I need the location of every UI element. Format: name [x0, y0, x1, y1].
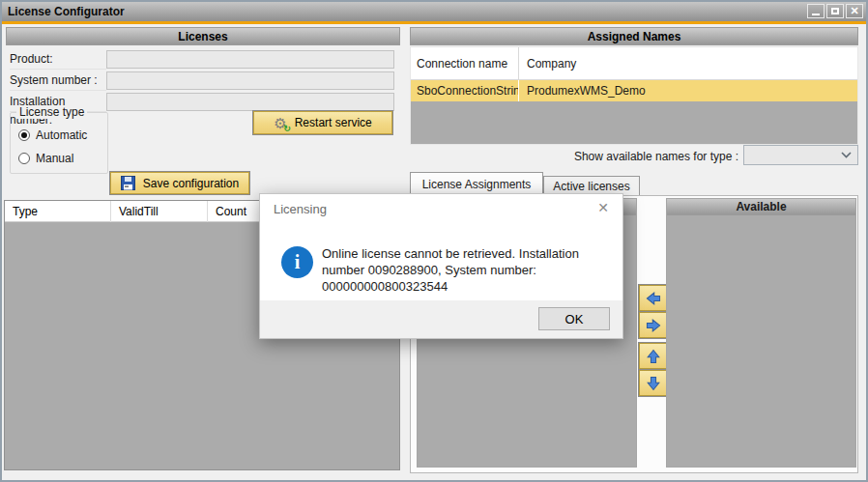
radio-manual[interactable]: Manual: [18, 152, 73, 165]
app-window: License Configurator ✕ Licenses Product:…: [0, 0, 868, 482]
product-label: Product:: [10, 50, 106, 70]
available-list-header: Available: [667, 199, 855, 215]
system-number-field[interactable]: [106, 71, 394, 90]
cell-connection-name: SboConnectionString: [411, 80, 519, 101]
window-controls: ✕: [807, 4, 863, 18]
assigned-names-table[interactable]: Connection name Company SboConnectionStr…: [410, 46, 858, 145]
move-down-button[interactable]: [639, 370, 667, 396]
system-number-label: System number :: [10, 71, 106, 91]
arrow-up-icon: [646, 348, 661, 365]
column-type[interactable]: Type: [5, 201, 111, 222]
title-bar: License Configurator: [2, 2, 866, 21]
installation-number-field[interactable]: [106, 93, 394, 111]
restart-service-button[interactable]: ⚙↻ Restart service: [253, 111, 392, 134]
show-available-names-label: Show available names for type :: [410, 147, 738, 166]
restart-service-label: Restart service: [295, 116, 372, 129]
radio-manual-dot: [18, 153, 30, 164]
cell-company: ProdumexWMS_Demo: [519, 80, 857, 101]
names-type-dropdown[interactable]: [743, 145, 858, 165]
save-configuration-label: Save configuration: [143, 177, 239, 190]
chevron-down-icon: [841, 152, 852, 158]
licenses-panel-header: Licenses: [6, 27, 400, 45]
save-configuration-button[interactable]: Save configuration: [110, 172, 249, 194]
assigned-names-table-header: Connection name Company: [411, 47, 857, 80]
close-icon: ✕: [850, 6, 858, 16]
save-floppy-icon: [121, 176, 135, 190]
radio-automatic-label: Automatic: [36, 128, 87, 142]
dialog-message: Online license cannot be retrieved. Inst…: [322, 245, 614, 295]
arrow-right-icon: [645, 318, 662, 333]
minimize-icon: [812, 14, 820, 15]
radio-automatic[interactable]: Automatic: [18, 128, 87, 142]
accent-stripe: [2, 21, 866, 24]
move-right-button[interactable]: [639, 312, 667, 338]
available-licenses-list[interactable]: Available: [666, 198, 856, 468]
close-button[interactable]: ✕: [846, 4, 863, 18]
move-left-button[interactable]: [639, 285, 667, 311]
minimize-button[interactable]: [807, 4, 825, 18]
arrow-left-icon: [645, 291, 662, 306]
table-row[interactable]: SboConnectionString ProdumexWMS_Demo: [411, 80, 857, 101]
product-field[interactable]: [106, 50, 394, 69]
window-title: License Configurator: [8, 5, 125, 18]
radio-automatic-dot: [18, 129, 30, 141]
dialog-close-icon[interactable]: ✕: [597, 200, 609, 215]
license-type-legend: License type: [16, 105, 87, 119]
column-validtill[interactable]: ValidTill: [111, 201, 208, 222]
column-company[interactable]: Company: [519, 47, 857, 79]
license-type-group: License type Automatic Manual: [10, 112, 108, 174]
radio-manual-label: Manual: [36, 152, 73, 165]
move-up-button[interactable]: [639, 343, 667, 369]
maximize-icon: [831, 8, 839, 14]
dialog-title: Licensing: [274, 202, 327, 216]
licensing-dialog: Licensing ✕ i Online license cannot be r…: [259, 193, 623, 339]
column-connection-name[interactable]: Connection name: [411, 47, 519, 79]
maximize-button[interactable]: [826, 4, 844, 18]
assigned-names-header: Assigned Names: [410, 27, 858, 45]
info-icon: i: [281, 246, 313, 278]
ok-button[interactable]: OK: [538, 307, 610, 330]
gear-refresh-icon: ⚙↻: [274, 116, 286, 130]
arrow-down-icon: [646, 375, 661, 392]
